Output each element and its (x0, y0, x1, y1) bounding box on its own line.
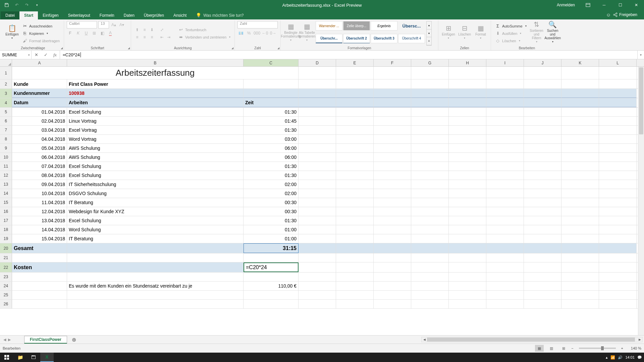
orientation-icon[interactable]: ⤢ (159, 26, 165, 33)
cell[interactable]: 06:00 (244, 153, 299, 162)
cell[interactable]: 01:00 (244, 225, 299, 234)
font-name-combo[interactable]: Calibri (67, 21, 97, 28)
style-heading2[interactable]: Überschrift 2 (343, 34, 370, 43)
cell-gesamt-value[interactable]: 31:15 (244, 243, 299, 253)
qat-customize-icon[interactable]: ▾ (34, 2, 40, 8)
row-header[interactable]: 11 (0, 162, 12, 171)
row-header[interactable]: 21 (0, 253, 12, 262)
underline-button[interactable]: U (83, 30, 90, 37)
view-page-layout-icon[interactable]: ▥ (547, 345, 556, 352)
add-sheet-button[interactable]: ⊕ (70, 336, 78, 344)
align-top-icon[interactable]: ⬆ (134, 26, 141, 33)
horizontal-scrollbar[interactable]: ◀ ▶ (421, 337, 643, 342)
view-page-break-icon[interactable]: ⊞ (559, 345, 568, 352)
cell[interactable]: Es wurde mit dem Kunden ein Stundensatz … (67, 282, 244, 290)
row-header[interactable]: 6 (0, 117, 12, 125)
cell[interactable]: Kundennummer (12, 89, 67, 98)
cell[interactable]: Excel Vortrag (67, 126, 244, 134)
style-check-cell[interactable]: Zelle überp... (343, 21, 370, 31)
tray-chevron-icon[interactable]: ▴ (606, 355, 608, 360)
tab-data[interactable]: Daten (119, 11, 139, 19)
hscroll-thumb[interactable] (427, 338, 635, 342)
cell[interactable]: IT Beratung (67, 234, 244, 243)
vertical-scrollbar[interactable] (638, 67, 644, 335)
col-header-F[interactable]: F (374, 59, 411, 66)
cell[interactable]: Excel Schulung (67, 171, 244, 180)
taskbar-explorer-icon[interactable]: 📁 (13, 353, 27, 362)
ribbon-display-icon[interactable] (580, 0, 596, 10)
cell[interactable]: 05.04.2018 (12, 144, 67, 153)
cell[interactable] (67, 291, 244, 299)
feedback-icon[interactable]: ☺ (606, 12, 611, 17)
tab-file[interactable]: Datei (1, 11, 19, 19)
cell[interactable]: 06:00 (244, 144, 299, 153)
clear-button[interactable]: ◇Löschen▾ (494, 38, 528, 44)
zoom-level[interactable]: 140 % (627, 346, 641, 350)
signin-link[interactable]: Anmelden (552, 3, 580, 7)
cell[interactable] (67, 273, 244, 281)
cell[interactable]: IT Beratung (67, 198, 244, 207)
tab-view[interactable]: Ansicht (169, 11, 191, 19)
find-select-button[interactable]: 🔍Suchen und Auswählen▾ (545, 21, 560, 43)
align-right-icon[interactable]: ≡ (149, 34, 155, 41)
row-header[interactable]: 18 (0, 225, 12, 234)
cell[interactable]: 09.04.2018 (12, 180, 67, 189)
cell[interactable] (244, 273, 299, 281)
font-color-button[interactable]: A (107, 30, 114, 37)
share-button[interactable]: Freigeben (613, 12, 637, 17)
enter-formula-icon[interactable]: ✓ (41, 52, 50, 57)
cell[interactable]: Zeit (244, 98, 299, 107)
cell-gesamt-label[interactable]: Gesamt (12, 243, 67, 253)
tray-volume-icon[interactable]: 🔊 (618, 355, 623, 360)
cell[interactable] (67, 300, 244, 308)
copy-button[interactable]: ⎘Kopieren▾ (21, 30, 61, 37)
col-header-K[interactable]: K (561, 59, 599, 66)
row-header[interactable]: 20 (0, 243, 12, 253)
cell[interactable] (12, 273, 67, 281)
delete-cells-button[interactable]: ⊟Löschen▾ (457, 21, 472, 43)
scroll-thumb[interactable] (639, 67, 643, 134)
font-size-combo[interactable]: 13 (98, 21, 109, 28)
cell[interactable]: IT Sicherheitsschulung (67, 180, 244, 189)
cell-styles-gallery[interactable]: Warnender ... Zelle überp... Ergebnis Üb… (316, 21, 425, 46)
close-icon[interactable]: ✕ (629, 0, 644, 10)
style-result[interactable]: Ergebnis (371, 21, 397, 31)
insert-cells-button[interactable]: ⊞Einfügen▾ (441, 21, 456, 43)
align-left-icon[interactable]: ≡ (134, 34, 141, 41)
cancel-formula-icon[interactable]: ✕ (32, 52, 41, 57)
tell-me-search[interactable]: 💡 Was möchten Sie tun? (191, 11, 248, 19)
cell[interactable]: 100938 (67, 89, 244, 98)
accounting-format-icon[interactable]: 💶 (237, 30, 244, 37)
cell[interactable]: 01:00 (244, 234, 299, 243)
col-header-L[interactable]: L (599, 59, 637, 66)
cell[interactable] (67, 243, 244, 253)
cell[interactable]: Kunde (12, 79, 67, 88)
name-box[interactable]: SUMME (0, 51, 32, 59)
redo-icon[interactable]: ↷ (23, 2, 30, 8)
cell[interactable]: 01:30 (244, 108, 299, 116)
font-dialog-launcher[interactable]: ◢ (128, 47, 130, 50)
cell[interactable]: 02:00 (244, 189, 299, 198)
row-header[interactable]: 16 (0, 207, 12, 216)
fill-button[interactable]: ⬇Ausfüllen▾ (494, 30, 528, 37)
percent-format-icon[interactable]: % (246, 30, 252, 37)
paste-button[interactable]: 📋 Einfügen ▾ (5, 21, 19, 43)
start-button[interactable] (0, 353, 13, 362)
row-header[interactable]: 25 (0, 291, 12, 299)
col-header-I[interactable]: I (486, 59, 524, 66)
row-header[interactable]: 26 (0, 300, 12, 308)
cell[interactable] (12, 282, 67, 290)
format-painter-button[interactable]: 🖌Format übertragen (21, 38, 61, 44)
tab-pagelayout[interactable]: Seitenlayout (63, 11, 95, 19)
style-heading1[interactable]: Überschr... (316, 34, 342, 43)
col-header-A[interactable]: A (12, 59, 67, 66)
tab-insert[interactable]: Einfügen (38, 11, 63, 19)
cell[interactable] (244, 79, 299, 88)
cell[interactable]: Datum (12, 98, 67, 107)
cell[interactable]: 14.04.2018 (12, 225, 67, 234)
tab-home[interactable]: Start (19, 11, 38, 19)
decrease-decimal-icon[interactable]: 0→ (270, 30, 276, 37)
cell[interactable]: 01:30 (244, 216, 299, 225)
cell[interactable] (244, 300, 299, 308)
zoom-slider[interactable] (579, 348, 616, 349)
